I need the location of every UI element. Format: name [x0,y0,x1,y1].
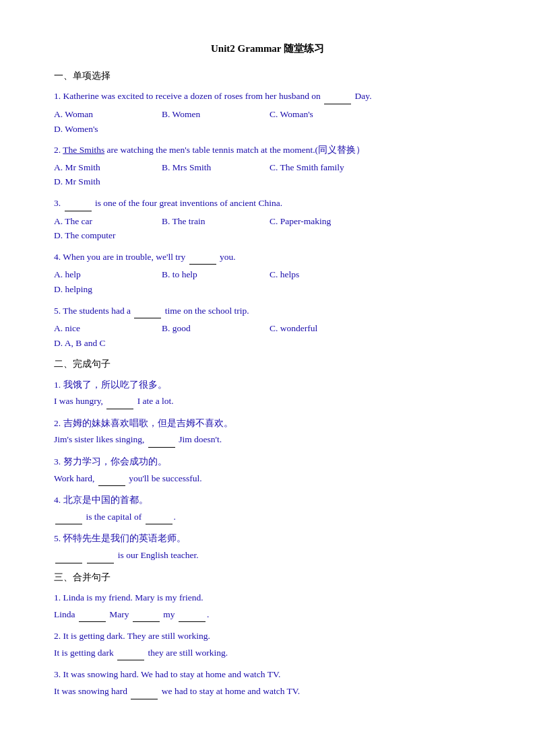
question-3: 3. is one of the four great inventions o… [54,196,481,211]
question-2: 2. The Smiths are watching the men's tab… [54,143,481,158]
c5-cn: 5. 怀特先生是我们的英语老师。 [54,531,481,546]
section1-header: 一、单项选择 [54,69,481,83]
question-1: 1. Katherine was excited to receive a do… [54,89,481,104]
m2-fill: It is getting dark they are still workin… [54,646,481,661]
q5-option-d: D. A, B and C [54,336,162,351]
q4-option-c: C. helps [270,267,377,282]
page-title: Unit2 Grammar 随堂练习 [54,40,481,57]
q1-option-d: D. Women's [54,122,162,137]
c2-cn: 2. 吉姆的妹妹喜欢唱歌，但是吉姆不喜欢。 [54,416,481,431]
question-4: 4. When you are in trouble, we'll try yo… [54,250,481,265]
q4-options: A. help B. to help C. helps D. helping [54,267,481,296]
m3-sentences: 3. It was snowing hard. We had to stay a… [54,667,481,682]
q2-option-d: D. Mr Smith [54,174,162,189]
q1-text: 1. Katherine was excited to receive a do… [54,91,372,101]
section3-header: 三、合并句子 [54,570,481,585]
q2-text: 2. The Smiths are watching the men's tab… [54,145,365,155]
q2-option-a: A. Mr Smith [54,160,162,175]
q3-option-a: A. The car [54,214,162,229]
q5-option-b: B. good [162,321,270,336]
q3-text: 3. is one of the four great inventions o… [54,198,282,208]
q4-option-b: B. to help [162,267,270,282]
c4-en: is the capital of . [54,510,481,525]
q2-option-b: B. Mrs Smith [162,160,270,175]
q2-options: A. Mr Smith B. Mrs Smith C. The Smith fa… [54,160,481,189]
q4-text: 4. When you are in trouble, we'll try yo… [54,252,236,262]
q3-option-d: D. The computer [54,228,162,243]
q5-option-a: A. nice [54,321,162,336]
q1-options: A. Woman B. Women C. Woman's D. Women's [54,107,481,136]
q2-option-c: C. The Smith family [270,160,377,175]
q1-option-a: A. Woman [54,107,162,122]
c4-cn: 4. 北京是中国的首都。 [54,493,481,508]
m2-sentences: 2. It is getting dark. They are still wo… [54,629,481,644]
q3-option-b: B. The train [162,214,270,229]
section2-header: 二、完成句子 [54,357,481,372]
m1-fill: Linda Mary my . [54,607,481,623]
q3-options: A. The car B. The train C. Paper-making … [54,214,481,243]
c1-en: I was hungry, I ate a lot. [54,394,481,409]
q5-option-c: C. wonderful [270,321,377,336]
c3-cn: 3. 努力学习，你会成功的。 [54,454,481,469]
c3-en: Work hard, you'll be successful. [54,471,481,487]
q1-option-c: C. Woman's [270,107,377,122]
q5-text: 5. The students had a time on the school… [54,306,249,316]
q5-options: A. nice B. good C. wonderful D. A, B and… [54,321,481,350]
m3-fill: It was snowing hard we had to stay at ho… [54,684,481,699]
c5-en: is our English teacher. [54,548,481,563]
q1-option-b: B. Women [162,107,270,122]
question-5: 5. The students had a time on the school… [54,304,481,319]
q4-option-d: D. helping [54,282,162,297]
c1-cn: 1. 我饿了，所以吃了很多。 [54,378,481,392]
q4-option-a: A. help [54,267,162,282]
c2-en: Jim's sister likes singing, Jim doesn't. [54,432,481,448]
m1-sentences: 1. Linda is my friend. Mary is my friend… [54,590,481,605]
q3-option-c: C. Paper-making [270,214,377,229]
